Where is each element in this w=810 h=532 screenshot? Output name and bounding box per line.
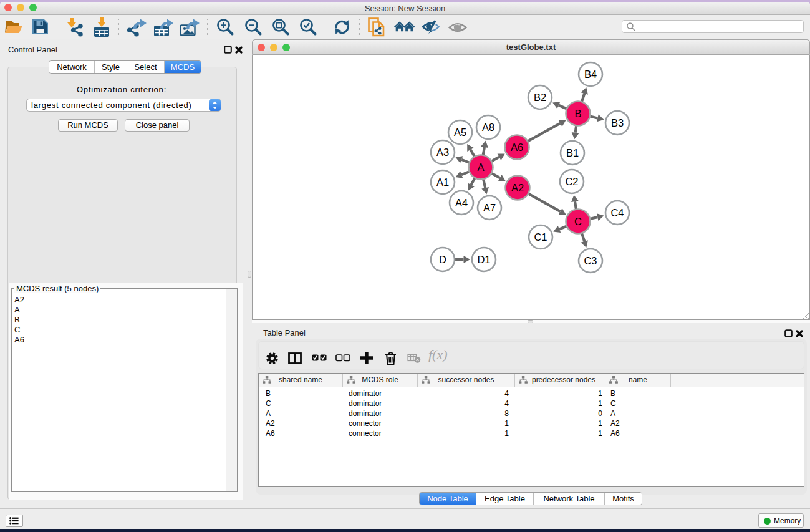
svg-text:A8: A8 bbox=[482, 122, 494, 133]
svg-text:D: D bbox=[439, 254, 446, 265]
svg-text:D1: D1 bbox=[477, 254, 490, 265]
svg-text:C3: C3 bbox=[584, 255, 597, 266]
svg-text:A: A bbox=[477, 162, 484, 173]
svg-text:B: B bbox=[574, 108, 581, 119]
svg-text:A2: A2 bbox=[511, 182, 524, 193]
svg-text:B1: B1 bbox=[566, 147, 579, 158]
svg-text:A5: A5 bbox=[454, 127, 466, 138]
svg-text:A3: A3 bbox=[436, 147, 449, 158]
svg-text:B2: B2 bbox=[534, 92, 546, 103]
svg-text:A1: A1 bbox=[436, 177, 449, 188]
svg-text:B4: B4 bbox=[584, 69, 597, 80]
svg-text:A7: A7 bbox=[483, 202, 496, 213]
svg-text:A4: A4 bbox=[455, 197, 468, 208]
svg-text:C2: C2 bbox=[565, 176, 578, 187]
svg-text:C1: C1 bbox=[534, 231, 547, 243]
svg-text:A6: A6 bbox=[511, 142, 523, 153]
svg-text:B3: B3 bbox=[611, 117, 624, 128]
svg-text:C4: C4 bbox=[610, 207, 624, 218]
svg-text:C: C bbox=[574, 216, 582, 227]
